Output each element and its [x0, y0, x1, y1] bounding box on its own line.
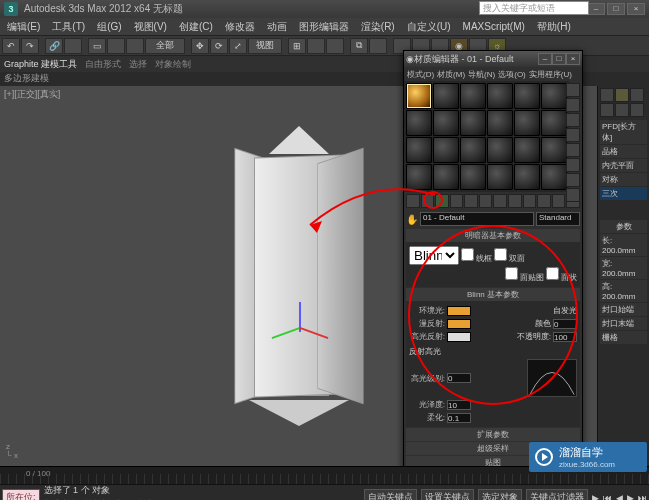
make-unique-icon[interactable] [479, 194, 493, 208]
hierarchy-tab[interactable] [630, 88, 644, 102]
mat-menu-nav[interactable]: 导航(N) [468, 69, 495, 80]
material-slot[interactable] [433, 110, 459, 136]
link-button[interactable]: 🔗 [45, 38, 63, 54]
material-slot[interactable] [460, 83, 486, 109]
reset-map-icon[interactable] [450, 194, 464, 208]
show-in-viewport-icon[interactable] [523, 194, 537, 208]
menu-maxscript[interactable]: MAXScript(M) [458, 20, 530, 33]
diffuse-swatch[interactable] [447, 319, 471, 329]
ribbon-tab-select[interactable]: 选择 [129, 58, 147, 71]
shader-dropdown[interactable]: Blinn [409, 246, 459, 265]
angle-snap-button[interactable] [307, 38, 325, 54]
material-id-icon[interactable] [508, 194, 522, 208]
motion-tab[interactable] [600, 103, 614, 117]
material-slot[interactable] [514, 110, 540, 136]
material-slot[interactable] [514, 164, 540, 190]
create-tab[interactable] [600, 88, 614, 102]
put-to-scene-icon[interactable] [421, 194, 435, 208]
background-icon[interactable] [566, 113, 580, 127]
align-button[interactable] [369, 38, 387, 54]
go-parent-icon[interactable] [552, 194, 566, 208]
dialog-close-button[interactable]: × [566, 53, 580, 65]
select-region-button[interactable] [126, 38, 144, 54]
ambient-swatch[interactable] [447, 306, 471, 316]
material-slot-1[interactable] [406, 83, 432, 109]
menu-modifiers[interactable]: 修改器 [220, 19, 260, 35]
redo-button[interactable]: ↷ [21, 38, 39, 54]
maximize-button[interactable]: □ [607, 3, 625, 15]
material-slot[interactable] [460, 164, 486, 190]
param-field[interactable]: 高: 200.0mm [600, 280, 647, 302]
close-button[interactable]: × [627, 3, 645, 15]
material-slot[interactable] [433, 137, 459, 163]
rollout-shader-basic[interactable]: 明暗器基本参数 [406, 229, 580, 242]
facemap-check[interactable]: 面贴图 [505, 267, 544, 283]
material-slot[interactable] [541, 164, 567, 190]
mat-menu-options[interactable]: 选项(O) [498, 69, 526, 80]
mat-menu-util[interactable]: 实用程序(U) [529, 69, 572, 80]
material-slot[interactable] [487, 83, 513, 109]
autokey-button[interactable]: 自动关键点 [364, 489, 417, 500]
material-editor-dialog[interactable]: ◉ 材质编辑器 - 01 - Default – □ × 模式(D) 材质(M)… [403, 50, 583, 472]
dialog-titlebar[interactable]: ◉ 材质编辑器 - 01 - Default – □ × [404, 51, 582, 67]
specular-swatch[interactable] [447, 332, 471, 342]
display-tab[interactable] [615, 103, 629, 117]
rotate-button[interactable]: ⟳ [210, 38, 228, 54]
utilities-tab[interactable] [630, 103, 644, 117]
undo-button[interactable]: ↶ [2, 38, 20, 54]
material-slot[interactable] [460, 110, 486, 136]
play-button[interactable]: ▶ [592, 493, 599, 501]
glossiness-spinner[interactable]: 10 [447, 400, 471, 410]
ribbon-tab-graphite[interactable]: Graphite 建模工具 [4, 58, 77, 71]
move-button[interactable]: ✥ [191, 38, 209, 54]
material-slot[interactable] [433, 83, 459, 109]
param-check[interactable]: 封口始端 [600, 303, 647, 316]
modifier-item[interactable]: 晶格 [600, 145, 647, 158]
assign-to-selection-icon[interactable] [435, 194, 449, 208]
get-material-icon[interactable] [406, 194, 420, 208]
unlink-button[interactable] [64, 38, 82, 54]
goto-start-button[interactable]: ⏮ [603, 493, 612, 501]
menu-graph[interactable]: 图形编辑器 [294, 19, 354, 35]
dialog-minimize-button[interactable]: – [538, 53, 552, 65]
rollout-blinn-basic[interactable]: Blinn 基本参数 [406, 288, 580, 301]
show-end-result-icon[interactable] [537, 194, 551, 208]
select-by-mat-icon[interactable] [566, 188, 580, 202]
menu-view[interactable]: 视图(V) [129, 19, 172, 35]
menu-animation[interactable]: 动画 [262, 19, 292, 35]
video-check-icon[interactable] [566, 143, 580, 157]
spec-level-spinner[interactable]: 0 [447, 373, 471, 383]
prev-frame-button[interactable]: ◀ [616, 493, 623, 501]
menu-tools[interactable]: 工具(T) [47, 19, 90, 35]
backlight-icon[interactable] [566, 98, 580, 112]
filter-dropdown[interactable]: 全部 [145, 38, 185, 54]
options-icon[interactable] [566, 173, 580, 187]
modifier-item[interactable]: 对称 [600, 173, 647, 186]
material-slot[interactable] [514, 137, 540, 163]
pick-material-icon[interactable]: ✋ [406, 214, 418, 225]
ribbon-tab-freeform[interactable]: 自由形式 [85, 58, 121, 71]
material-slot[interactable] [487, 137, 513, 163]
faceted-check[interactable]: 面状 [546, 267, 577, 283]
menu-group[interactable]: 组(G) [92, 19, 126, 35]
menu-custom[interactable]: 自定义(U) [402, 19, 456, 35]
param-check[interactable]: 封口末端 [600, 317, 647, 330]
minimize-button[interactable]: – [587, 3, 605, 15]
menu-create[interactable]: 创建(C) [174, 19, 218, 35]
uv-tile-icon[interactable] [566, 128, 580, 142]
percent-snap-button[interactable] [326, 38, 344, 54]
wire-check[interactable]: 线框 [461, 248, 492, 264]
material-slot[interactable] [406, 110, 432, 136]
material-name-dropdown[interactable]: 01 - Default [420, 212, 534, 226]
scene-object[interactable] [199, 136, 399, 416]
material-slot[interactable] [406, 164, 432, 190]
material-slot[interactable] [433, 164, 459, 190]
param-check[interactable]: 栅格 [600, 331, 647, 344]
opacity-spinner[interactable]: 100 [553, 332, 577, 342]
material-slot[interactable] [460, 137, 486, 163]
selfillum-spinner[interactable]: 0 [553, 319, 577, 329]
make-copy-icon[interactable] [464, 194, 478, 208]
viewport-label[interactable]: [+][正交][真实] [4, 88, 60, 101]
search-input[interactable]: 搜入关键字或短语 [479, 1, 589, 15]
refsys-dropdown[interactable]: 视图 [248, 38, 282, 54]
